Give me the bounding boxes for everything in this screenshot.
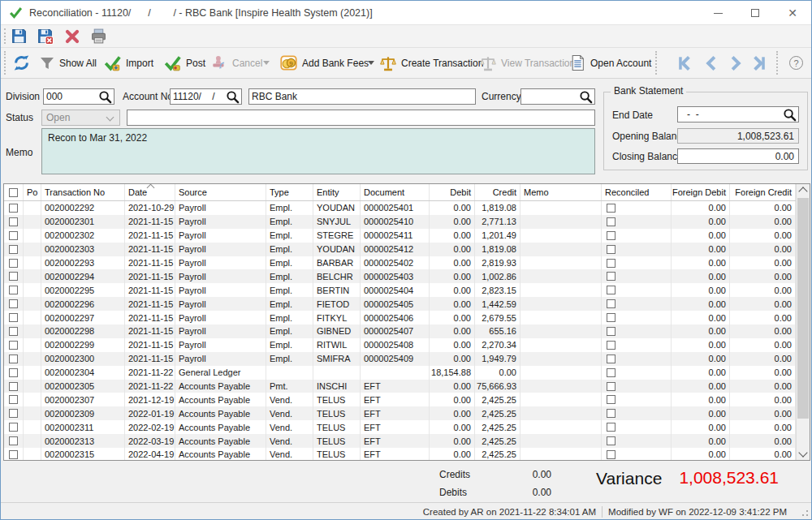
save-button[interactable] [11,25,28,47]
reconciled-checkbox[interactable] [607,259,615,268]
table-row[interactable]: 0020002293 2021-11-15 Payroll Empl. BARB… [4,256,810,270]
vertical-scrollbar[interactable] [796,184,810,460]
status-detail-field[interactable] [127,110,595,126]
post-button[interactable]: Post [164,48,205,78]
scroll-down-icon[interactable] [798,448,807,457]
first-record-button[interactable] [676,48,694,78]
maximize-button[interactable] [736,1,774,25]
row-select-checkbox[interactable] [9,245,18,254]
reconciled-checkbox[interactable] [607,299,615,308]
previous-record-button[interactable] [702,48,720,78]
division-search-icon[interactable] [98,90,112,104]
table-row[interactable]: 0020002297 2021-11-15 Payroll Empl. FITK… [4,311,810,324]
reconciled-checkbox[interactable] [607,272,615,281]
currency-search-icon[interactable] [579,90,593,104]
reconciled-checkbox[interactable] [607,450,615,459]
scrollbar-thumb[interactable] [797,198,809,419]
create-transaction-button[interactable]: Create Transaction [379,48,483,78]
add-bank-fees-dropdown-arrow[interactable] [368,61,374,65]
row-select-checkbox[interactable] [9,313,18,322]
col-reconciled[interactable]: Reconciled [602,184,672,200]
table-row[interactable]: 0020002315 2022-04-19 Accounts Payable V… [4,448,810,460]
reconciled-checkbox[interactable] [607,245,615,254]
col-date[interactable]: Date [125,184,175,200]
table-row[interactable]: 0020002307 2021-12-19 Accounts Payable V… [4,393,810,406]
closing-balance-field[interactable]: 0.00 [677,148,799,164]
row-select-checkbox[interactable] [9,327,18,336]
reconciled-checkbox[interactable] [607,286,615,294]
row-select-checkbox[interactable] [9,286,18,294]
close-button[interactable]: ✕ [774,1,811,25]
reconciled-checkbox[interactable] [607,217,615,226]
table-row[interactable]: 0020002300 2021-11-15 Payroll Empl. SMIF… [4,352,810,366]
table-row[interactable]: 0020002313 2022-03-19 Accounts Payable V… [4,434,810,448]
table-row[interactable]: 0020002295 2021-11-15 Payroll Empl. BERT… [4,283,810,297]
row-select-checkbox[interactable] [9,259,18,268]
end-date-search-icon[interactable] [783,108,797,122]
row-select-checkbox[interactable] [9,450,18,459]
reconciled-checkbox[interactable] [607,313,615,322]
help-button[interactable]: ? [789,56,803,70]
reconciled-checkbox[interactable] [607,382,615,391]
row-select-checkbox[interactable] [9,423,18,432]
col-memo[interactable]: Memo [520,184,602,200]
next-record-button[interactable] [727,48,745,78]
currency-field[interactable] [520,88,595,105]
reconciled-checkbox[interactable] [607,231,615,240]
reconciled-checkbox[interactable] [607,409,615,418]
table-row[interactable]: 0020002305 2021-11-22 Accounts Payable P… [4,380,810,393]
save-close-button[interactable] [37,25,54,47]
reconciled-checkbox[interactable] [607,327,615,336]
print-button[interactable] [90,25,107,47]
reconciled-checkbox[interactable] [607,204,615,213]
col-document[interactable]: Document [361,184,430,200]
table-row[interactable]: 0020002292 2021-10-29 Payroll Empl. YOUD… [4,201,810,215]
minimize-button[interactable] [699,1,736,25]
col-po[interactable]: Po [24,184,41,200]
row-select-checkbox[interactable] [9,382,18,391]
last-record-button[interactable] [749,48,767,78]
table-row[interactable]: 0020002296 2021-11-15 Payroll Empl. FIET… [4,297,810,311]
col-foreign-debit[interactable]: Foreign Debit [672,184,730,200]
open-account-button[interactable]: Open Account [569,48,651,78]
table-row[interactable]: 0020002301 2021-11-15 Payroll Empl. SNYJ… [4,215,810,229]
table-row[interactable]: 0020002311 2022-02-19 Accounts Payable V… [4,420,810,434]
col-debit[interactable]: Debit [430,184,475,200]
reconciled-checkbox[interactable] [607,341,615,350]
account-name-field[interactable]: RBC Bank [248,88,476,105]
row-select-checkbox[interactable] [9,436,18,445]
table-row[interactable]: 0020002302 2021-11-15 Payroll Empl. STEG… [4,229,810,243]
table-row[interactable]: 0020002294 2021-11-15 Payroll Empl. BELC… [4,269,810,283]
cancel-dropdown-arrow[interactable] [263,61,270,65]
row-select-checkbox[interactable] [9,355,18,363]
table-row[interactable]: 0020002304 2021-11-22 General Ledger 18,… [4,366,810,380]
resize-grip[interactable] [801,509,809,517]
end-date-field[interactable]: - - [677,106,799,122]
table-row[interactable]: 0020002298 2021-11-15 Payroll Empl. GIBN… [4,324,810,338]
col-source[interactable]: Source [175,184,266,200]
import-button[interactable]: Import [104,48,153,78]
reconciled-checkbox[interactable] [607,436,615,445]
row-select-checkbox[interactable] [9,299,18,308]
col-entity[interactable]: Entity [313,184,361,200]
refresh-button[interactable] [12,48,31,78]
row-select-checkbox[interactable] [9,272,18,281]
account-search-icon[interactable] [226,90,240,104]
row-select-checkbox[interactable] [9,341,18,350]
table-row[interactable]: 0020002303 2021-11-15 Payroll Empl. YOUD… [4,243,810,256]
table-row[interactable]: 0020002309 2022-01-19 Accounts Payable V… [4,406,810,420]
reconciled-checkbox[interactable] [607,355,615,363]
row-select-checkbox[interactable] [9,368,18,377]
row-select-checkbox[interactable] [9,231,18,240]
add-bank-fees-button[interactable]: 9 Add Bank Fees [279,48,369,78]
select-all-checkbox[interactable] [9,188,18,197]
row-select-checkbox[interactable] [9,395,18,404]
memo-box[interactable]: Recon to Mar 31, 2022 [41,128,595,174]
division-field[interactable]: 000 [43,88,114,105]
table-row[interactable]: 0020002299 2021-11-15 Payroll Empl. RITW… [4,338,810,352]
reconciled-checkbox[interactable] [607,423,615,432]
row-select-checkbox[interactable] [9,409,18,418]
reconciled-checkbox[interactable] [607,395,615,404]
delete-button[interactable] [64,25,80,47]
col-credit[interactable]: Credit [475,184,520,200]
